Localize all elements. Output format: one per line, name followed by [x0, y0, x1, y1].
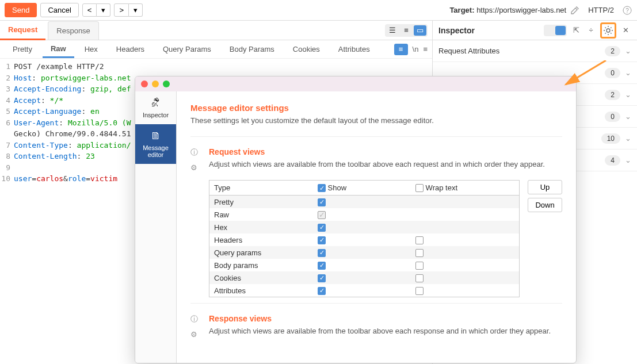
- view-row-body-params[interactable]: Body params✓: [209, 259, 519, 271]
- subtab-cookies[interactable]: Cookies: [285, 41, 328, 57]
- gear-icon: [603, 25, 613, 36]
- svg-text:?: ?: [625, 7, 629, 14]
- subtab-query-params[interactable]: Query Params: [155, 41, 219, 57]
- subtab-headers[interactable]: Headers: [108, 41, 152, 57]
- settings-gear-highlighted[interactable]: [600, 22, 616, 39]
- expand-icon[interactable]: ⇱: [570, 25, 582, 36]
- inspector-row[interactable]: Request Attributes2⌄: [433, 40, 637, 62]
- svg-point-2: [607, 29, 610, 32]
- gear-icon[interactable]: ⚙: [190, 163, 202, 172]
- history-next-menu[interactable]: ▾: [129, 3, 143, 17]
- car-icon: ⛐: [138, 97, 174, 109]
- layout-combined-icon[interactable]: ▭: [414, 25, 426, 36]
- tab-request[interactable]: Request: [0, 21, 45, 40]
- subtab-hex[interactable]: Hex: [77, 41, 106, 57]
- history-next-button[interactable]: >: [114, 3, 129, 17]
- layout-columns-icon[interactable]: ☰: [386, 25, 399, 36]
- settings-dialog: ⛐ Inspector 🗎 Message editor Message edi…: [135, 76, 577, 363]
- request-views-title: Request views: [209, 147, 562, 156]
- dialog-title: Message editor settings: [190, 103, 562, 113]
- inspector-layout-toggle[interactable]: [544, 25, 567, 36]
- send-button[interactable]: Send: [5, 3, 37, 17]
- layout-rows-icon[interactable]: ≡: [400, 25, 413, 36]
- subtab-pretty[interactable]: Pretty: [5, 41, 40, 57]
- view-row-headers[interactable]: Headers✓: [209, 233, 519, 246]
- layout-toggle[interactable]: ☰ ≡ ▭: [385, 24, 428, 37]
- help-icon[interactable]: ⓘ: [190, 314, 202, 324]
- view-row-attributes[interactable]: Attributes✓: [209, 284, 519, 297]
- dialog-content: Message editor settings These settings l…: [177, 91, 576, 363]
- help-icon[interactable]: ?: [622, 5, 632, 16]
- close-icon[interactable]: ✕: [620, 25, 631, 36]
- gear-icon[interactable]: ⚙: [190, 330, 202, 339]
- window-close-icon[interactable]: [141, 81, 148, 87]
- move-down-button[interactable]: Down: [528, 198, 562, 212]
- cancel-button[interactable]: Cancel: [40, 3, 78, 17]
- history-prev-menu[interactable]: ▾: [97, 3, 110, 17]
- dialog-sidebar: ⛐ Inspector 🗎 Message editor: [135, 91, 177, 363]
- sidebar-item-inspector[interactable]: ⛐ Inspector: [135, 91, 176, 124]
- edit-target-icon[interactable]: [570, 5, 580, 16]
- subtab-raw[interactable]: Raw: [43, 41, 74, 58]
- actions-icon[interactable]: ≡: [394, 44, 408, 55]
- request-views-table: Type✓ Show Wrap textPretty✓Raw✓Hex✓Heade…: [209, 180, 520, 297]
- response-views-desc: Adjust which views are available from th…: [209, 327, 562, 335]
- view-row-raw[interactable]: Raw✓: [209, 208, 519, 221]
- window-zoom-icon[interactable]: [163, 81, 170, 87]
- view-subtabs: PrettyRawHexHeadersQuery ParamsBody Para…: [0, 40, 432, 59]
- tab-response[interactable]: Response: [48, 21, 99, 40]
- view-row-hex[interactable]: Hex✓: [209, 221, 519, 233]
- view-row-query-params[interactable]: Query params✓: [209, 246, 519, 259]
- inspector-title: Inspector: [438, 26, 540, 35]
- dialog-subtitle: These settings let you customize the def…: [190, 116, 562, 125]
- menu-icon[interactable]: ≡: [423, 45, 428, 53]
- subtab-attributes[interactable]: Attributes: [330, 41, 378, 57]
- newline-icon[interactable]: \n: [413, 45, 419, 53]
- view-row-pretty[interactable]: Pretty✓: [209, 196, 519, 208]
- request-views-desc: Adjust which views are available from th…: [209, 160, 562, 168]
- http-version[interactable]: HTTP/2: [588, 6, 614, 14]
- history-prev-button[interactable]: <: [82, 3, 97, 17]
- subtab-body-params[interactable]: Body Params: [222, 41, 283, 57]
- top-toolbar: Send Cancel < ▾ > ▾ Target: https://port…: [0, 0, 637, 21]
- help-icon[interactable]: ⓘ: [190, 147, 202, 158]
- divide-icon[interactable]: ÷: [585, 25, 597, 36]
- document-icon: 🗎: [138, 130, 174, 142]
- move-up-button[interactable]: Up: [528, 180, 562, 194]
- response-views-title: Response views: [209, 314, 562, 323]
- sidebar-item-message-editor[interactable]: 🗎 Message editor: [135, 124, 176, 164]
- view-row-cookies[interactable]: Cookies✓: [209, 271, 519, 284]
- target-label: Target: https://portswigger-labs.net: [449, 6, 566, 14]
- window-minimize-icon[interactable]: [152, 81, 159, 87]
- dialog-titlebar[interactable]: [135, 76, 576, 91]
